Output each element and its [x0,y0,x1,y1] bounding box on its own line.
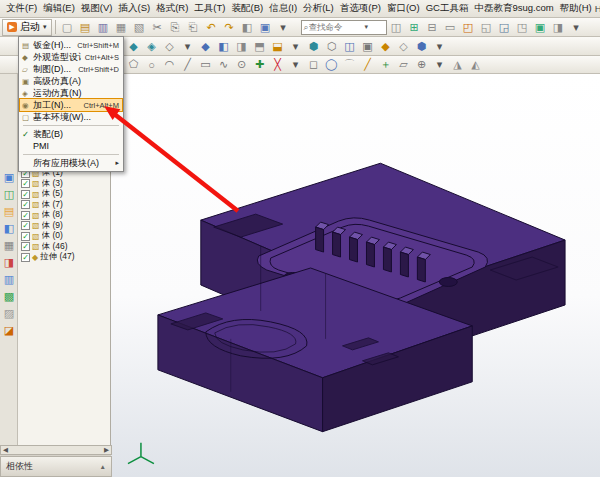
toolbar-icon[interactable]: ◆ [197,39,214,54]
toolbar-icon[interactable]: ◧ [215,39,232,54]
menu-item-gateway[interactable]: ▢ 基本环境(W)... [20,111,122,123]
checkbox-checked-icon[interactable]: ✓ [21,232,30,241]
toolbar-icon[interactable]: ▾ [275,20,292,35]
toolbar-icon[interactable]: ◆ [125,39,142,54]
toolbar-icon[interactable]: ↶ [203,20,220,35]
toolbar-icon[interactable]: ╱ [359,57,376,72]
resource-bar-icon[interactable]: ◪ [1,322,17,338]
toolbar-icon[interactable]: ⊞ [406,20,423,35]
search-input[interactable] [309,22,365,32]
tree-row[interactable]: ✓ ◆ 拉伸 (47) [21,252,109,263]
checkbox-checked-icon[interactable]: ✓ [21,190,30,199]
toolbar-icon[interactable]: ◰ [460,20,477,35]
toolbar-icon[interactable]: ◭ [467,57,484,72]
toolbar-icon[interactable]: ◈ [143,39,160,54]
menubar-item[interactable]: 插入(S) [115,1,153,16]
toolbar-icon[interactable]: ▭ [442,20,459,35]
resource-bar-icon[interactable]: ▩ [1,288,17,304]
toolbar-icon[interactable]: ◨ [233,39,250,54]
menubar-item[interactable]: 中磊教育9sug.com [471,1,556,16]
menu-item-assemblies[interactable]: ✓ 装配(B) [20,128,122,140]
toolbar-icon[interactable]: ⬠ [125,57,142,72]
toolbar-icon[interactable]: ◆ [377,39,394,54]
toolbar-icon[interactable]: ▢ [59,20,76,35]
menu-item-advanced-simulation[interactable]: ▣ 高级仿真(A) [20,75,122,87]
resource-bar-icon[interactable]: ◨ [1,254,17,270]
toolbar-icon[interactable]: ↷ [221,20,238,35]
toolbar-icon[interactable]: ⎘ [167,20,184,35]
tree-row[interactable]: ✓ ▧ 体 (5) [21,189,109,200]
toolbar-icon[interactable]: ▣ [532,20,549,35]
toolbar-icon[interactable]: ⌒ [341,57,358,72]
checkbox-checked-icon[interactable]: ✓ [21,253,30,262]
toolbar-icon[interactable]: ▥ [95,20,112,35]
menu-item-pmi[interactable]: PMI [20,140,122,152]
toolbar-icon[interactable]: ◫ [341,39,358,54]
toolbar-icon[interactable]: ◳ [514,20,531,35]
toolbar-icon[interactable]: ⬢ [413,39,430,54]
toolbar-icon[interactable]: ▦ [113,20,130,35]
toolbar-icon[interactable]: ◮ [449,57,466,72]
toolbar-icon[interactable]: ▾ [179,39,196,54]
toolbar-icon[interactable]: ╳ [269,57,286,72]
toolbar-icon[interactable]: ⊟ [424,20,441,35]
toolbar-icon[interactable]: ▾ [287,39,304,54]
toolbar-icon[interactable]: ▾ [431,39,448,54]
menubar-item[interactable]: 格式(R) [153,1,191,16]
toolbar-icon[interactable]: ⬓ [269,39,286,54]
menu-item-sheet-metal[interactable]: ▤ 钣金(H)... Ctrl+Shift+M [20,39,122,51]
menu-item-manufacturing[interactable]: ◉ 加工(N)... Ctrl+Alt+M [20,99,122,111]
menubar-item[interactable]: 分析(L) [300,1,337,16]
checkbox-checked-icon[interactable]: ✓ [21,211,30,220]
resource-bar-icon[interactable]: ▣ [1,169,17,185]
toolbar-icon[interactable]: ▧ [131,20,148,35]
tree-row[interactable]: ✓ ▧ 体 (7) [21,200,109,211]
menubar-item[interactable]: 首选项(P) [337,1,384,16]
graphics-viewport[interactable] [111,74,600,477]
start-menu-button[interactable]: ▶ 启动 ▾ [2,19,52,36]
toolbar-icon[interactable]: ∿ [215,57,232,72]
toolbar-icon[interactable]: ◠ [161,57,178,72]
toolbar-icon[interactable]: ▣ [359,39,376,54]
toolbar-icon[interactable]: ◱ [478,20,495,35]
scroll-left-icon[interactable]: ◀ [3,446,8,454]
toolbar-icon[interactable]: ◧ [239,20,256,35]
tree-row[interactable]: ✓ ▧ 体 (8) [21,210,109,221]
tree-row[interactable]: ✓ ▧ 体 (3) [21,179,109,190]
toolbar-icon[interactable]: ＋ [377,57,394,72]
toolbar-icon[interactable]: ○ [143,57,160,72]
toolbar-icon[interactable]: ▾ [431,57,448,72]
toolbar-icon[interactable]: ▾ [568,20,585,35]
toolbar-icon[interactable]: ⬡ [323,39,340,54]
toolbar-icon[interactable]: ✂ [149,20,166,35]
toolbar-icon[interactable]: ⊕ [413,57,430,72]
resource-bar-icon[interactable]: ◫ [1,186,17,202]
collapse-icon[interactable]: ▲ [100,463,106,470]
toolbar-icon[interactable]: ▤ [77,20,94,35]
toolbar-icon[interactable]: ◲ [496,20,513,35]
toolbar-icon[interactable]: ◇ [395,39,412,54]
menubar-item[interactable]: 文件(F) [3,1,40,16]
resource-bar-icon[interactable]: ▤ [1,203,17,219]
menu-item-studio-design[interactable]: ◆ 外观造型设计(T)... Ctrl+Alt+S [20,51,122,63]
toolbar-icon[interactable]: ◯ [323,57,340,72]
dependencies-panel-header[interactable]: 相依性 ▲ [0,456,112,477]
menu-item-drafting[interactable]: ▱ 制图(D)... Ctrl+Shift+D [20,63,122,75]
checkbox-checked-icon[interactable]: ✓ [21,179,30,188]
mold-3d-model[interactable] [111,74,600,477]
toolbar-icon[interactable]: ⬒ [251,39,268,54]
toolbar-icon[interactable]: ✚ [251,57,268,72]
menubar-item[interactable]: 帮助(H) [557,1,595,16]
toolbar-icon[interactable]: ◻ [305,57,322,72]
menubar-item[interactable]: 信息(I) [266,1,300,16]
menubar-item[interactable]: 视图(V) [78,1,116,16]
checkbox-checked-icon[interactable]: ✓ [21,200,30,209]
toolbar-icon[interactable]: ⬢ [305,39,322,54]
toolbar-icon[interactable]: ◫ [388,20,405,35]
toolbar-icon[interactable]: ▾ [287,57,304,72]
toolbar-icon[interactable]: ⊙ [233,57,250,72]
menu-item-all-applications[interactable]: 所有应用模块(A) ▸ [20,157,122,169]
toolbar-icon[interactable]: ◇ [161,39,178,54]
toolbar-icon[interactable]: ◨ [550,20,567,35]
scroll-right-icon[interactable]: ▶ [104,446,109,454]
